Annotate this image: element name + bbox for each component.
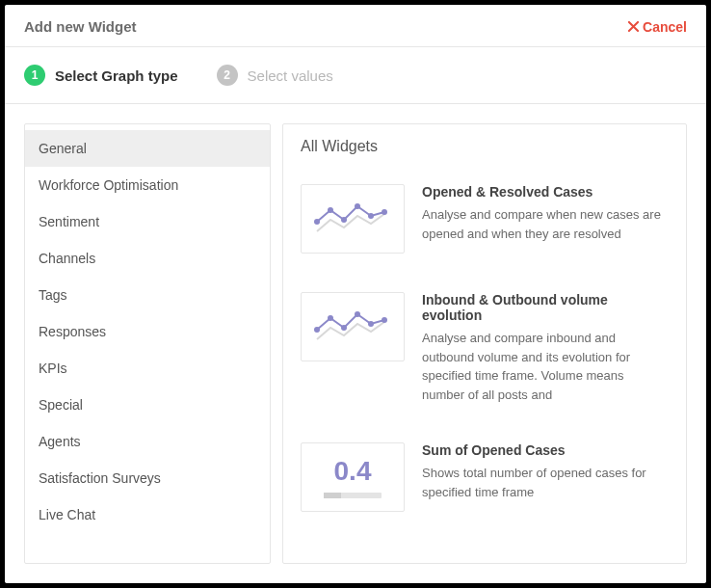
step-2-badge: 2 — [217, 65, 238, 86]
step-2-label: Select values — [248, 67, 333, 84]
sidebar-item-kpis[interactable]: KPIs — [25, 350, 270, 387]
step-1-badge: 1 — [24, 65, 45, 86]
kpi-bar — [324, 493, 382, 498]
sidebar-item-tags[interactable]: Tags — [25, 277, 270, 313]
svg-point-3 — [355, 203, 360, 209]
line-chart-icon — [309, 195, 396, 243]
sidebar-item-workforce[interactable]: Workforce Optimisation — [25, 167, 270, 203]
svg-point-6 — [314, 327, 320, 333]
sidebar-item-agents[interactable]: Agents — [25, 423, 270, 460]
widget-thumbnail — [301, 184, 405, 254]
modal-header: Add new Widget Cancel — [5, 5, 706, 47]
widget-desc: Shows total number of opened cases for s… — [422, 464, 669, 501]
widget-title: Sum of Opened Cases — [422, 442, 669, 458]
svg-point-8 — [341, 325, 347, 331]
widget-info: Opened & Resolved Cases Analyse and comp… — [422, 184, 669, 254]
widget-panel: All Widgets Opened & Resolved Cases — [282, 123, 687, 564]
kpi-value: 0.4 — [324, 456, 382, 487]
step-1-label: Select Graph type — [55, 67, 178, 84]
widget-info: Sum of Opened Cases Shows total number o… — [422, 442, 669, 512]
widget-panel-title: All Widgets — [283, 124, 686, 165]
svg-point-5 — [382, 209, 387, 215]
close-icon — [628, 21, 639, 32]
category-sidebar: General Workforce Optimisation Sentiment… — [24, 123, 271, 564]
widget-thumbnail: 0.4 — [301, 442, 405, 512]
svg-point-0 — [314, 219, 320, 225]
svg-point-2 — [341, 217, 347, 223]
wizard-steps: 1 Select Graph type 2 Select values — [5, 47, 706, 104]
svg-point-1 — [328, 207, 333, 213]
sidebar-item-general[interactable]: General — [25, 130, 270, 167]
widget-thumbnail — [301, 292, 405, 361]
step-1[interactable]: 1 Select Graph type — [24, 65, 178, 86]
widget-title: Inbound & Outbound volume evolution — [422, 292, 669, 323]
widget-card[interactable]: Inbound & Outbound volume evolution Anal… — [301, 273, 669, 423]
svg-point-9 — [355, 311, 360, 317]
add-widget-modal: Add new Widget Cancel 1 Select Graph typ… — [5, 5, 706, 583]
svg-point-7 — [328, 315, 333, 321]
sidebar-item-livechat[interactable]: Live Chat — [25, 496, 270, 533]
sidebar-item-special[interactable]: Special — [25, 387, 270, 423]
widget-desc: Analyse and compare inbound and outbound… — [422, 329, 669, 404]
sidebar-item-surveys[interactable]: Satisfaction Surveys — [25, 460, 270, 496]
widget-card[interactable]: Opened & Resolved Cases Analyse and comp… — [301, 165, 669, 273]
widget-info: Inbound & Outbound volume evolution Anal… — [422, 292, 669, 404]
line-chart-icon — [309, 303, 396, 351]
widget-card[interactable]: 0.4 Sum of Opened Cases Shows total numb… — [301, 423, 669, 531]
modal-content: General Workforce Optimisation Sentiment… — [5, 104, 706, 583]
svg-point-11 — [382, 317, 387, 323]
svg-point-10 — [368, 321, 374, 327]
widget-list[interactable]: Opened & Resolved Cases Analyse and comp… — [283, 165, 686, 563]
widget-desc: Analyse and compare when new cases are o… — [422, 205, 669, 243]
svg-point-4 — [368, 213, 374, 219]
step-2[interactable]: 2 Select values — [217, 65, 333, 86]
widget-title: Opened & Resolved Cases — [422, 184, 669, 200]
kpi-number-icon: 0.4 — [324, 456, 382, 498]
cancel-label: Cancel — [643, 19, 687, 35]
sidebar-item-sentiment[interactable]: Sentiment — [25, 203, 270, 240]
sidebar-item-responses[interactable]: Responses — [25, 313, 270, 350]
cancel-button[interactable]: Cancel — [628, 19, 687, 35]
modal-title: Add new Widget — [24, 18, 137, 35]
sidebar-item-channels[interactable]: Channels — [25, 240, 270, 277]
